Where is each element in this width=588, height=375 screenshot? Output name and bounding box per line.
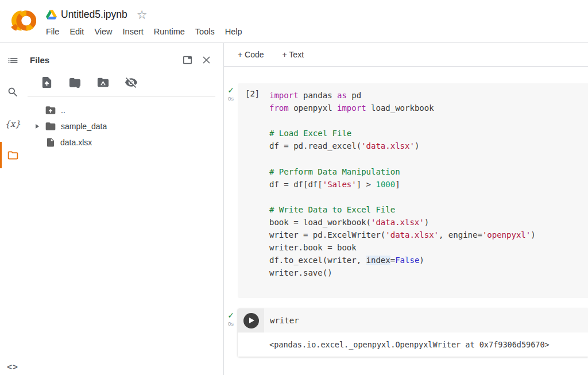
menu-view[interactable]: View (89, 25, 117, 38)
cell-gutter: ✓ 0s (225, 311, 237, 327)
cell-runtime: 0s (225, 95, 237, 102)
mount-drive-icon[interactable] (96, 76, 110, 89)
output-text: <pandas.io.excel._openpyxl.OpenpyxlWrite… (269, 340, 550, 349)
success-check-icon: ✓ (225, 86, 237, 94)
search-icon[interactable] (0, 84, 25, 100)
close-icon[interactable] (201, 55, 212, 65)
menu-file[interactable]: File (41, 25, 64, 38)
refresh-folder-icon[interactable] (68, 76, 82, 89)
tree-item-sample-data[interactable]: sample_data (25, 118, 223, 134)
success-check-icon: ✓ (225, 311, 237, 319)
upload-file-icon[interactable] (40, 76, 53, 89)
menu-insert[interactable]: Insert (118, 25, 149, 38)
menu-edit[interactable]: Edit (64, 25, 89, 38)
code-line: writer = pd.ExcelWriter('data.xlsx', eng… (269, 229, 588, 241)
tree-item-parent-dir[interactable]: .. (25, 102, 223, 118)
tree-item-label: .. (61, 106, 65, 115)
chevron-right-icon[interactable] (36, 124, 39, 129)
code-line: from openpyxl import load_workbook (269, 102, 588, 114)
code-editor[interactable]: writer (264, 308, 588, 333)
code-line (269, 152, 588, 165)
code-line: df = pd.read_excel('data.xlsx') (269, 140, 588, 152)
cell-gutter: ✓ 0s (225, 86, 237, 102)
code-line: # Write Data to Excel File (269, 203, 588, 216)
run-cell-button[interactable] (243, 313, 259, 328)
code-block[interactable]: import pandas as pdfrom openpyxl import … (269, 89, 588, 279)
notebook-toolbar: + Code + Text (224, 43, 588, 67)
toolbar-divider (28, 96, 215, 96)
open-in-tab-icon[interactable] (182, 55, 193, 65)
eye-off-icon[interactable] (125, 76, 138, 89)
code-line: df = df[df['Sales'] > 1000] (269, 178, 588, 191)
code-cell-2: ✓ 0s writer <pandas.io.excel._openpyxl.O… (238, 308, 588, 357)
run-cell-area (238, 308, 264, 333)
tree-item-label: sample_data (61, 122, 107, 131)
code-line (269, 114, 588, 127)
code-line: import pandas as pd (269, 89, 588, 102)
code-line: writer (270, 316, 299, 325)
add-text-button[interactable]: + Text (279, 48, 308, 61)
add-code-button[interactable]: + Code (234, 48, 268, 61)
files-panel: Files (25, 43, 224, 375)
file-tree: .. sample_data data.xlsx (25, 100, 223, 150)
variables-icon[interactable]: {x} (0, 116, 25, 132)
notebook-title[interactable]: Untitled5.ipynb (61, 9, 127, 21)
code-block[interactable]: writer (270, 316, 299, 325)
menu-help[interactable]: Help (220, 25, 247, 38)
play-icon (249, 318, 254, 323)
cell-runtime: 0s (225, 320, 237, 327)
files-icon[interactable] (0, 147, 25, 163)
code-snippets-icon[interactable]: <> (0, 358, 25, 374)
code-line: # Perform Data Manipulation (269, 165, 588, 178)
menu-tools[interactable]: Tools (190, 25, 220, 38)
code-line: df.to_excel(writer, index=False) (269, 254, 588, 266)
code-line: # Load Excel File (269, 127, 588, 140)
cell-output: <pandas.io.excel._openpyxl.OpenpyxlWrite… (238, 333, 588, 357)
activity-rail: {x} <> (0, 43, 25, 375)
tree-item-data-xlsx[interactable]: data.xlsx (25, 134, 223, 150)
file-icon (45, 137, 56, 148)
code-line: book = load_workbook('data.xlsx') (269, 216, 588, 229)
code-editor[interactable]: [2] import pandas as pdfrom openpyxl imp… (238, 83, 588, 298)
folder-up-icon (45, 105, 56, 116)
execution-count: [2] (245, 89, 260, 98)
files-toolbar (25, 65, 223, 96)
table-of-contents-icon[interactable] (0, 52, 25, 68)
code-line: writer.book = book (269, 241, 588, 254)
menu-bar: File Edit View Insert Runtime Tools Help (41, 25, 247, 38)
colab-logo-icon (7, 7, 36, 34)
app-header: Untitled5.ipynb ☆ File Edit View Insert … (0, 0, 588, 43)
drive-icon (46, 10, 57, 20)
folder-icon (45, 121, 56, 132)
tree-item-label: data.xlsx (60, 138, 92, 147)
code-line (269, 191, 588, 203)
notebook-area: + Code + Text ✓ 0s [2] import pandas as … (224, 43, 588, 375)
code-line: writer.save() (269, 266, 588, 279)
menu-runtime[interactable]: Runtime (149, 25, 190, 38)
code-cell-1: ✓ 0s [2] import pandas as pdfrom openpyx… (238, 83, 588, 298)
files-panel-title: Files (30, 55, 49, 65)
star-icon[interactable]: ☆ (137, 9, 148, 21)
